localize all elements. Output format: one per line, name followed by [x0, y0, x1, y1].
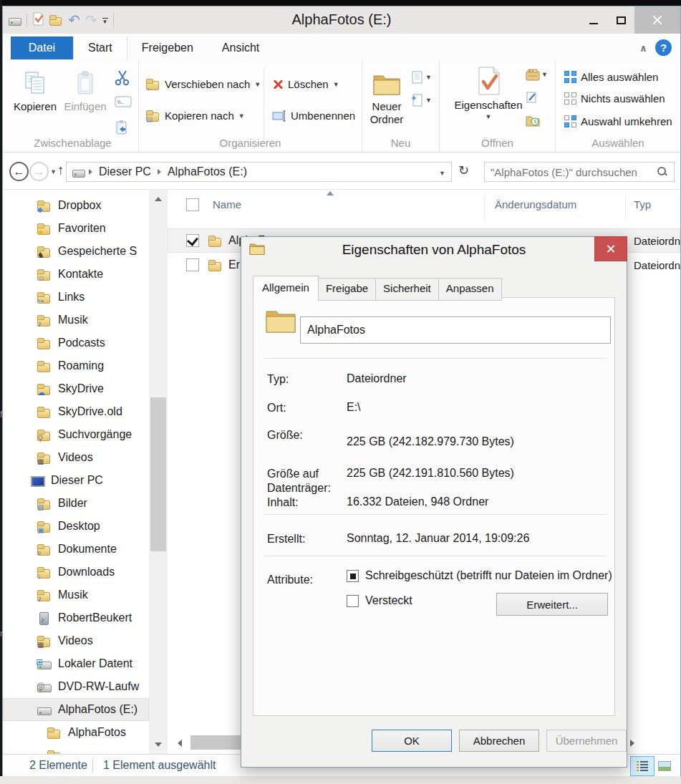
sidebar-item[interactable]: AlphaFotos [3, 721, 149, 744]
sidebar-item-label: Lokaler Datent [58, 657, 132, 670]
search-icon[interactable] [657, 166, 668, 178]
readonly-checkbox[interactable] [347, 570, 359, 582]
scroll-down-icon[interactable] [149, 735, 168, 754]
sidebar-item[interactable]: ♪ Musik [3, 584, 149, 606]
maximize-button[interactable] [607, 6, 634, 34]
dialog-tab[interactable]: Anpassen [438, 278, 502, 301]
move-to-button[interactable]: ← Verschieben nach▼ [146, 78, 261, 90]
properties-button[interactable]: Eigenschaften ▼ [453, 65, 524, 120]
recent-locations-icon[interactable]: ▼ [50, 168, 57, 175]
up-button[interactable]: ↑ [57, 163, 64, 178]
sidebar-item[interactable]: ☁ SkyDrive [3, 377, 149, 400]
sidebar-item-label: DVD-RW-Laufw [58, 680, 139, 693]
copy-path-button[interactable]: \\.. [115, 95, 132, 108]
ribbon-tab[interactable]: Freigeben [127, 37, 208, 59]
open-button[interactable]: ▼ [526, 68, 548, 81]
cancel-button[interactable]: Abbrechen [459, 730, 539, 752]
sidebar-item[interactable]: ◆ Dropbox [3, 194, 149, 217]
minimize-button[interactable] [580, 6, 607, 34]
sidebar-item[interactable]: ⚲ Suchvorgänge [3, 423, 149, 446]
column-divider[interactable] [484, 195, 485, 220]
column-divider[interactable] [625, 195, 626, 220]
readonly-row: Schreibgeschützt (betrifft nur Dateien i… [347, 569, 612, 582]
search-box[interactable] [484, 162, 675, 182]
scroll-left-icon[interactable] [170, 734, 189, 752]
sidebar-item[interactable]: ≡ Dokumente [3, 538, 149, 561]
sidebar-item[interactable]: ▦ Videos [3, 446, 149, 469]
dialog-tab[interactable]: Sicherheit [375, 278, 439, 301]
folder-name-input[interactable] [300, 316, 611, 344]
easy-access-button[interactable]: ▼ [411, 71, 432, 84]
details-view-button[interactable] [630, 756, 655, 776]
column-header-type[interactable]: Typ [634, 198, 651, 210]
info-value: 225 GB (242.191.810.560 Bytes) [347, 467, 603, 480]
copy-to-button[interactable]: ▤ Kopieren nach▼ [146, 110, 245, 122]
close-button[interactable] [634, 6, 680, 34]
ribbon-tab[interactable]: Ansicht [208, 37, 274, 59]
info-label: Typ: [267, 372, 347, 387]
delete-button[interactable]: Löschen▼ [272, 78, 339, 90]
row-checkbox[interactable] [186, 234, 199, 247]
breadcrumb-item[interactable]: Dieser PC [96, 165, 154, 178]
ok-button[interactable]: OK [372, 730, 452, 752]
select-all-checkbox[interactable] [186, 198, 199, 211]
sidebar-item[interactable]: ☺ Kontakte [3, 263, 149, 286]
breadcrumb-item[interactable]: AlphaFotos (E:) [165, 165, 250, 178]
sidebar-item[interactable]: SkyDrive.old [3, 400, 149, 423]
row-checkbox[interactable] [186, 258, 199, 271]
dialog-tab[interactable]: Allgemein [253, 276, 319, 299]
sidebar-item[interactable]: ◎ DVD-RW-Laufw [3, 675, 149, 698]
hidden-checkbox[interactable] [347, 595, 359, 607]
select-none-button[interactable]: Nichts auswählen [564, 92, 665, 105]
history-button[interactable] [526, 114, 540, 127]
sidebar-item[interactable]: ♪ Musik [3, 309, 149, 331]
sidebar-item[interactable]: ★ Favoriten [3, 217, 149, 240]
sidebar-item[interactable]: ⊞ Lokaler Datent [3, 652, 149, 675]
refresh-icon[interactable]: ↻ [458, 163, 469, 178]
dialog-tab[interactable]: Freigabe [318, 278, 376, 301]
sidebar-item[interactable]: ♞ Gespeicherte S [3, 240, 149, 263]
dialog-close-button[interactable] [594, 236, 627, 261]
back-button[interactable]: ← [9, 162, 29, 181]
column-header-date[interactable]: Änderungsdatum [495, 198, 576, 210]
sidebar-item[interactable]: ♪ RobertBeukert [3, 606, 149, 629]
vertical-scrollbar[interactable] [149, 190, 168, 754]
horizontal-scrollbar-thumb[interactable] [190, 735, 242, 750]
sidebar-item[interactable]: AlphaFotos (E:) [3, 698, 149, 721]
advanced-button[interactable]: Erweitert... [496, 593, 608, 616]
sidebar-item[interactable]: Roaming [3, 354, 149, 377]
chevron-down-icon: ▼ [425, 97, 432, 104]
copy-button[interactable]: Kopieren [11, 67, 59, 112]
column-header-name[interactable]: Name [213, 198, 241, 210]
info-value: E:\ [347, 401, 603, 414]
tab-file-menu[interactable]: Datei [11, 37, 73, 59]
ribbon-tab[interactable]: Start [73, 37, 127, 59]
sidebar-item[interactable]: ▣ Desktop [3, 515, 149, 538]
new-item-icon [411, 94, 424, 107]
sidebar-item[interactable]: ▨ Bilder [3, 492, 149, 515]
move-to-label: Verschieben nach [165, 78, 250, 90]
scrollbar-thumb[interactable] [150, 397, 166, 551]
invert-selection-button[interactable]: Auswahl umkehren [564, 115, 672, 127]
help-icon[interactable]: ? [655, 39, 672, 56]
new-folder-button[interactable]: Neuer Ordner [365, 67, 408, 126]
cut-button[interactable] [115, 69, 130, 87]
sidebar-item[interactable]: ▦ Videos [3, 629, 149, 652]
select-all-button[interactable]: Alles auswählen [564, 71, 658, 83]
sidebar-item[interactable]: ↓ Downloads [3, 561, 149, 584]
collapse-ribbon-icon[interactable]: ∧ [639, 42, 647, 54]
edit-button[interactable] [526, 91, 538, 104]
new-item-button[interactable]: ▼ [411, 94, 432, 107]
sidebar-item[interactable]: ↪ Links [3, 286, 149, 309]
rename-button[interactable]: Umbenennen [272, 110, 355, 122]
address-dropdown-icon[interactable]: ▼ [439, 170, 445, 177]
breadcrumb[interactable]: Dieser PC AlphaFotos (E:) ▼ [66, 162, 452, 182]
paste-shortcut-button[interactable] [115, 120, 129, 135]
search-input[interactable] [485, 166, 657, 178]
sidebar-item[interactable]: Dieser PC [3, 469, 149, 492]
scroll-up-icon[interactable] [149, 190, 168, 208]
sidebar-item[interactable]: Podcasts [3, 331, 149, 354]
group-label-clipboard: Zwischenablage [7, 137, 138, 149]
thumbnails-view-button[interactable] [652, 756, 677, 776]
sidebar-item[interactable] [3, 744, 149, 754]
